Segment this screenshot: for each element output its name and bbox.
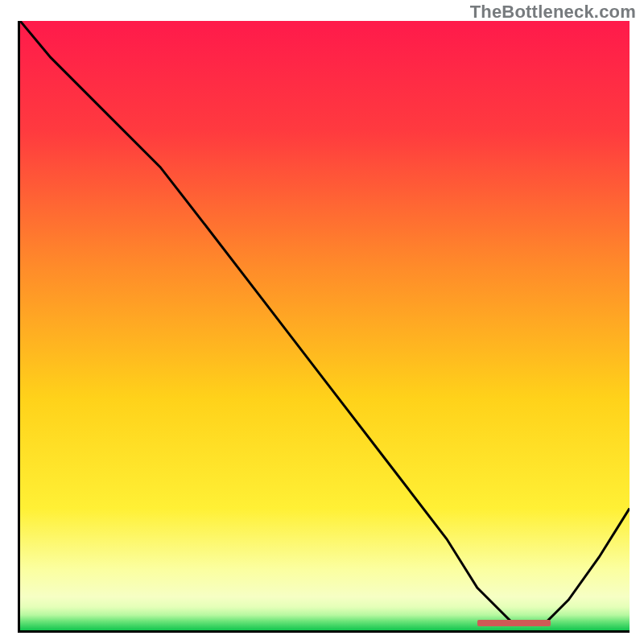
optimal-range-marker <box>477 620 551 626</box>
curve-layer <box>20 21 630 630</box>
bottleneck-curve-path <box>20 21 630 624</box>
x-axis-line <box>18 630 630 633</box>
bottleneck-chart: TheBottleneck.com <box>0 0 644 644</box>
watermark-text: TheBottleneck.com <box>470 2 636 23</box>
